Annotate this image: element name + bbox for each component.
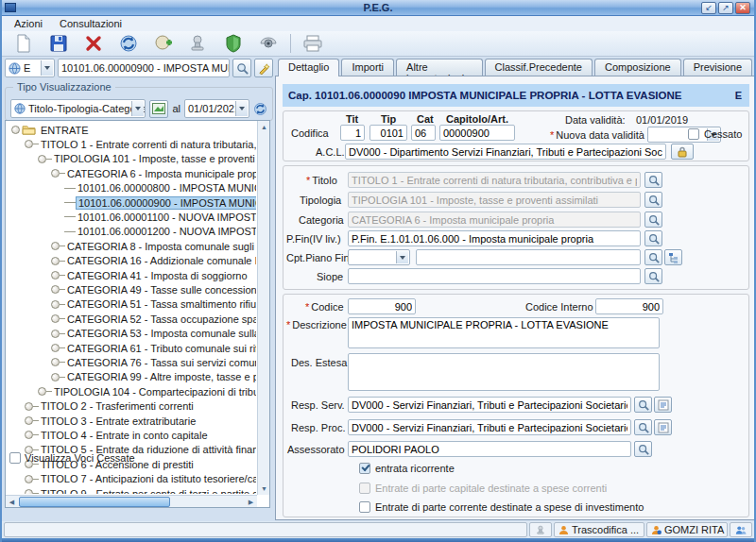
print-button[interactable] <box>300 32 326 55</box>
tab-composizione[interactable]: Composizione <box>594 59 681 76</box>
resp-serv-field[interactable] <box>348 397 631 413</box>
view-mode-combo[interactable]: Titolo-Tipologia-Categoria <box>10 99 146 118</box>
refresh-view-button[interactable] <box>253 102 267 116</box>
cpt-lookup-button[interactable] <box>644 249 662 265</box>
users-button[interactable] <box>730 522 752 537</box>
cat-field[interactable] <box>411 125 436 141</box>
shield-button[interactable] <box>220 32 247 55</box>
tab-altre-impostazioni[interactable]: Altre impostazioni <box>396 59 483 76</box>
tip-field[interactable] <box>369 125 407 141</box>
refresh-button[interactable] <box>115 32 142 55</box>
cpt-hierarchy-button[interactable] <box>664 249 682 265</box>
tree-item[interactable]: TITOLO 1 - Entrate correnti di natura tr… <box>25 137 256 151</box>
resp-serv-lookup-button[interactable] <box>634 397 652 413</box>
tree-toggle-icon[interactable] <box>51 344 60 352</box>
des-estesa-field[interactable] <box>348 353 660 391</box>
stamp-button[interactable] <box>185 32 212 55</box>
capitolo-art-field[interactable] <box>439 125 515 141</box>
search-button[interactable] <box>232 59 251 77</box>
tree-vertical-scrollbar[interactable]: ▲ ▼ <box>257 121 269 495</box>
codice-field[interactable] <box>348 298 416 314</box>
tipologia-lookup-button[interactable] <box>644 192 662 208</box>
resp-proc-field[interactable] <box>348 419 631 435</box>
tree-item[interactable]: TITOLO 3 - Entrate extratributarie <box>25 414 198 428</box>
tree-toggle-icon[interactable] <box>51 300 60 309</box>
pfin-field[interactable] <box>348 230 641 246</box>
tree-item[interactable]: CATEGORIA 51 - Tassa smaltimento rifiuti… <box>51 297 256 312</box>
tree-item[interactable]: TITOLO 7 - Anticipazioni da istituto tes… <box>25 472 256 486</box>
tree-item[interactable]: ENTRATE <box>11 123 91 137</box>
acl-lock-button[interactable] <box>671 144 694 160</box>
tree-toggle-icon[interactable] <box>51 169 60 178</box>
tree-item[interactable]: CATEGORIA 53 - Imposta comunale sulla pu… <box>51 327 256 341</box>
tree-item[interactable]: CATEGORIA 16 - Addizionale comunale IRPE… <box>51 254 256 268</box>
tree-item[interactable]: 10101.06.00000800 - IMPOSTA MUNICIPALE P… <box>64 181 256 195</box>
minimize-button[interactable]: ↙ <box>701 2 716 14</box>
tree-item[interactable]: TIPOLOGIA 101 - Imposte, tasse e provent… <box>38 152 256 166</box>
menu-azioni[interactable]: Azioni <box>8 17 49 30</box>
tree-toggle-icon[interactable] <box>51 330 60 338</box>
menu-consultazioni[interactable]: Consultazioni <box>53 17 129 30</box>
tab-previsione[interactable]: Previsione <box>683 59 752 76</box>
delete-button[interactable] <box>80 32 107 55</box>
assessorato-field[interactable] <box>348 441 631 457</box>
tree-item[interactable]: CATEGORIA 49 - Tasse sulle concessioni c… <box>51 282 256 296</box>
new-document-button[interactable] <box>10 32 37 55</box>
tree-toggle-icon[interactable] <box>51 285 60 294</box>
tree-toggle-icon[interactable] <box>38 387 46 396</box>
tree-item[interactable]: 10101.06.00000900 - IMPOSTA MUNICIPALE P… <box>64 195 256 210</box>
close-button[interactable]: ✕ <box>735 2 750 14</box>
add-record-button[interactable] <box>150 32 177 55</box>
tree-item[interactable]: CATEGORIA 41 - Imposta di soggiorno <box>51 268 249 282</box>
tree-item[interactable]: CATEGORIA 76 - Tassa sui servizi comunal… <box>51 355 256 369</box>
tree-item[interactable]: CATEGORIA 6 - Imposta municipale propria <box>51 166 256 180</box>
tab-classif-precedente[interactable]: Classif.Precedente <box>485 59 593 76</box>
tree-toggle-icon[interactable] <box>51 242 60 250</box>
trascodifica-pane[interactable]: Trascodifica ... <box>554 522 644 537</box>
parte-corrente-checkbox[interactable] <box>359 501 370 513</box>
resp-proc-list-button[interactable] <box>654 419 672 435</box>
tree-toggle-icon[interactable] <box>51 358 60 366</box>
tree-toggle-icon[interactable] <box>51 271 60 279</box>
tree-toggle-icon[interactable] <box>25 489 33 494</box>
resp-proc-lookup-button[interactable] <box>634 419 652 435</box>
tree-toggle-icon[interactable] <box>25 402 33 411</box>
tree-item[interactable]: CATEGORIA 99 - Altre imposte, tasse e pr… <box>51 370 256 384</box>
tree-item[interactable]: 10101.06.00001100 - NUOVA IMPOSTA MUNICI… <box>64 210 256 224</box>
pfin-lookup-button[interactable] <box>644 230 662 246</box>
tab-dettaglio[interactable]: Dettaglio <box>278 59 339 76</box>
siope-field[interactable] <box>348 268 641 284</box>
tree-item[interactable]: CATEGORIA 61 - Tributo comunale sui rifi… <box>51 341 256 355</box>
descrizione-field[interactable]: IMPOSTA MUNICIPALE PROPRIA - LOTTA EVASI… <box>348 317 660 348</box>
titolo-lookup-button[interactable] <box>644 172 662 188</box>
scroll-left-icon[interactable]: ◀ <box>6 496 18 508</box>
tree-item[interactable]: TITOLO 4 - Entrate in conto capitale <box>25 428 210 442</box>
apply-view-button[interactable] <box>149 100 169 118</box>
restore-button[interactable]: ↗ <box>718 2 733 14</box>
tree-toggle-icon[interactable] <box>51 257 60 265</box>
cessato-checkbox[interactable] <box>688 128 699 140</box>
edit-search-button[interactable] <box>254 59 273 77</box>
entry-type-combo[interactable]: E <box>5 59 55 77</box>
entrata-ricorrente-checkbox[interactable] <box>359 463 370 474</box>
cpt-piano-fin-field[interactable] <box>416 249 641 265</box>
acl-field[interactable] <box>345 144 666 160</box>
camera-button[interactable] <box>255 32 282 55</box>
assessorato-lookup-button[interactable] <box>634 441 652 457</box>
tree-toggle-icon[interactable] <box>51 314 60 323</box>
tree-toggle-icon[interactable] <box>38 155 46 163</box>
tree-toggle-icon[interactable] <box>25 416 33 425</box>
tree-item[interactable]: CATEGORIA 8 - Imposta comunale sugli imm… <box>51 239 256 253</box>
tit-field[interactable] <box>340 125 365 141</box>
tree-toggle-icon[interactable] <box>11 126 20 134</box>
tree-horizontal-scrollbar[interactable]: ◀ ▶ <box>6 495 257 507</box>
tree-item[interactable]: 10101.06.00001200 - NUOVA IMPOSTA MUNICI… <box>64 225 256 239</box>
tree-item[interactable]: TITOLO 2 - Trasferimenti correnti <box>25 399 196 414</box>
date-combo[interactable]: 01/01/2021 <box>184 99 249 118</box>
categoria-lookup-button[interactable] <box>644 212 662 228</box>
capitolo-search-input[interactable]: 10101.06.00000900 - IMPOSTA MUNICIPALE P… <box>58 59 230 77</box>
tree-toggle-icon[interactable] <box>25 140 33 148</box>
scroll-right-icon[interactable]: ▶ <box>245 496 257 508</box>
cpt-piano-fin-combo[interactable] <box>348 249 410 265</box>
tab-importi[interactable]: Importi <box>341 59 394 76</box>
